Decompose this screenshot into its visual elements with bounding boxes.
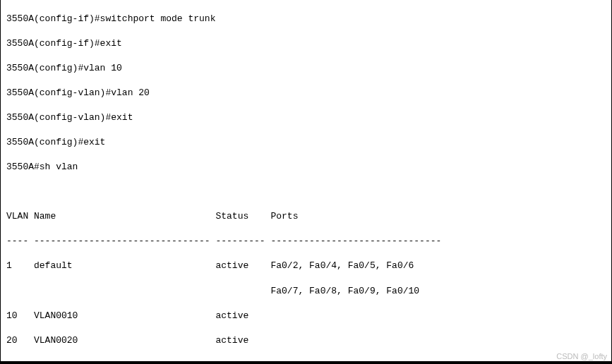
vlan-table-divider: ---- -------------------------------- --… [6, 235, 606, 248]
cmd-line: 3550A(config-vlan)#vlan 20 [6, 87, 606, 99]
vlan-row: 10 VLAN0010 active [6, 310, 606, 322]
vlan-row: 20 VLAN0020 active [6, 334, 606, 347]
bottom-border [1, 361, 611, 363]
blank-line [6, 186, 606, 198]
terminal-output: 3550A(config-if)#switchport mode trunk 3… [1, 0, 611, 364]
watermark-text: CSDN @_lofty [556, 352, 607, 360]
cmd-line: 3550A#sh vlan [6, 161, 606, 174]
cmd-line: 3550A(config)#vlan 10 [6, 62, 606, 75]
vlan-row: 1 default active Fa0/2, Fa0/4, Fa0/5, Fa… [6, 260, 606, 272]
vlan-row: Fa0/7, Fa0/8, Fa0/9, Fa0/10 [6, 285, 606, 298]
cmd-line: 3550A(config)#exit [6, 136, 606, 149]
cmd-line: 3550A(config-if)#switchport mode trunk [6, 13, 606, 25]
cmd-line: 3550A(config-vlan)#exit [6, 111, 606, 124]
cmd-line: 3550A(config-if)#exit [6, 37, 606, 50]
vlan-table-header: VLAN Name Status Ports [6, 210, 606, 223]
